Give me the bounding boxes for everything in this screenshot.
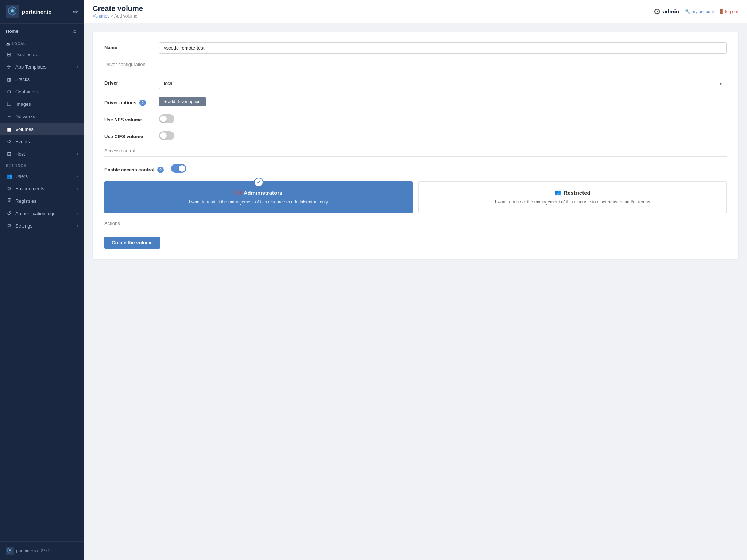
- chevron-right-icon: ›: [77, 65, 78, 69]
- sidebar-item-label: Host: [15, 151, 25, 157]
- restricted-access-card[interactable]: 👥 Restricted I want to restrict the mana…: [418, 181, 727, 213]
- sidebar-item-label: Authentication logs: [15, 211, 55, 216]
- sidebar-item-label: Events: [15, 139, 30, 144]
- chevron-right-icon: ›: [77, 152, 78, 156]
- breadcrumb: Volumes > Add volume: [93, 13, 143, 19]
- sidebar-item-label: Users: [15, 174, 28, 179]
- admin-card-check-icon: ✓: [254, 178, 263, 187]
- logo-text: portainer.io: [22, 9, 52, 15]
- restricted-card-icon: 👥: [554, 189, 561, 196]
- nfs-toggle-thumb: [160, 116, 167, 122]
- sidebar-item-environments[interactable]: ⚙ Environments ›: [0, 182, 84, 195]
- sidebar-item-label: Volumes: [15, 127, 34, 132]
- create-volume-button[interactable]: Create the volume: [104, 237, 160, 249]
- sidebar-item-volumes[interactable]: ▣ Volumes: [0, 123, 84, 135]
- sidebar-item-containers[interactable]: ⊕ Containers: [0, 85, 84, 98]
- access-control-help-icon[interactable]: ?: [157, 167, 164, 173]
- admin-card-icon: 🚫: [235, 189, 241, 196]
- sidebar-item-label: Dashboard: [15, 52, 39, 57]
- driver-config-section-title: Driver configuration: [104, 62, 727, 67]
- settings-section-label: SETTINGS: [0, 160, 84, 170]
- driver-config-divider: [104, 70, 727, 70]
- restricted-card-description: I want to restrict the management of thi…: [425, 199, 720, 205]
- my-account-link[interactable]: 🔧 my account: [685, 9, 714, 14]
- portainer-logo-icon: [6, 5, 19, 18]
- version-label: 2.9.3: [40, 548, 50, 553]
- sidebar-item-networks[interactable]: ⌖ Networks: [0, 110, 84, 123]
- breadcrumb-current: Add volume: [114, 13, 137, 19]
- topbar-left: Create volume Volumes > Add volume: [93, 4, 143, 19]
- registries-icon: 🗄: [6, 198, 12, 204]
- sidebar-logo: portainer.io: [6, 5, 52, 18]
- name-field-label: Name: [104, 42, 152, 50]
- cifs-toggle-track: [159, 131, 174, 140]
- content-area: Name Driver configuration Driver local D…: [84, 23, 747, 560]
- sidebar-item-dashboard[interactable]: ⊞ Dashboard: [0, 48, 84, 61]
- chevron-right-icon: ›: [77, 224, 78, 228]
- home-label: Home: [6, 28, 19, 34]
- sidebar-item-stacks[interactable]: ▦ Stacks: [0, 73, 84, 85]
- driver-options-help-icon[interactable]: ?: [139, 100, 146, 106]
- cifs-label: Use CIFS volume: [104, 131, 152, 139]
- sidebar-item-label: Images: [15, 101, 31, 107]
- local-section-label: 🚢 LOCAL: [0, 38, 84, 48]
- stacks-icon: ▦: [6, 76, 12, 82]
- footer-logo: portainer.io: [6, 547, 38, 555]
- events-icon: ↺: [6, 139, 12, 144]
- nfs-toggle[interactable]: [159, 114, 174, 123]
- driver-options-controls: + add driver option: [159, 97, 206, 106]
- cifs-toggle[interactable]: [159, 131, 174, 140]
- access-control-toggle[interactable]: [171, 164, 186, 173]
- admin-card-title: 🚫 Administrators: [111, 189, 406, 196]
- nfs-toggle-track: [159, 114, 174, 123]
- add-driver-option-button[interactable]: + add driver option: [159, 97, 206, 106]
- sidebar-item-users[interactable]: 👥 Users ›: [0, 170, 84, 182]
- footer-logo-icon: [6, 547, 14, 555]
- cifs-toggle-thumb: [160, 132, 167, 139]
- breadcrumb-volumes-link[interactable]: Volumes: [93, 13, 109, 19]
- create-volume-card: Name Driver configuration Driver local D…: [93, 32, 738, 259]
- svg-point-6: [9, 549, 11, 551]
- access-control-section-title: Access control: [104, 148, 727, 153]
- home-icon: ⌂: [71, 28, 78, 34]
- name-input[interactable]: [159, 42, 727, 54]
- actions-section-title: Actions: [104, 221, 727, 226]
- sidebar: portainer.io ⇔ Home ⌂ 🚢 LOCAL ⊞ Dashboar…: [0, 0, 84, 560]
- sidebar-item-events[interactable]: ↺ Events: [0, 135, 84, 148]
- topbar: Create volume Volumes > Add volume ⊙ adm…: [84, 0, 747, 23]
- driver-row: Driver local: [104, 78, 727, 89]
- name-row: Name: [104, 42, 727, 54]
- user-avatar-icon: ⊙: [654, 7, 660, 16]
- dashboard-icon: ⊞: [6, 51, 12, 57]
- driver-select[interactable]: local: [159, 78, 178, 89]
- administrators-access-card[interactable]: ✓ 🚫 Administrators I want to restrict th…: [104, 181, 413, 213]
- sidebar-item-host[interactable]: ⊞ Host ›: [0, 148, 84, 160]
- sidebar-item-label: App Templates: [15, 64, 47, 70]
- sidebar-item-label: Containers: [15, 89, 38, 94]
- sidebar-item-settings[interactable]: ⚙ Settings ›: [0, 219, 84, 232]
- access-control-toggle-thumb: [179, 165, 185, 172]
- admin-card-description: I want to restrict the management of thi…: [111, 199, 406, 205]
- auth-logs-icon: ↺: [6, 210, 12, 216]
- restricted-card-title: 👥 Restricted: [425, 189, 720, 196]
- sidebar-item-label: Settings: [15, 223, 32, 229]
- chevron-right-icon: ›: [77, 187, 78, 191]
- sidebar-item-registries[interactable]: 🗄 Registries: [0, 195, 84, 207]
- chevron-right-icon: ›: [77, 174, 78, 178]
- topbar-right: ⊙ admin 🔧 my account 🚪 log out: [654, 7, 738, 16]
- driver-options-label: Driver options ?: [104, 97, 152, 106]
- cifs-row: Use CIFS volume: [104, 131, 727, 140]
- app-templates-icon: ✈: [6, 64, 12, 70]
- sidebar-item-images[interactable]: ❐ Images: [0, 98, 84, 110]
- settings-icon: ⚙: [6, 223, 12, 229]
- driver-select-wrapper: local: [159, 78, 727, 89]
- sidebar-item-app-templates[interactable]: ✈ App Templates ›: [0, 61, 84, 73]
- log-out-link[interactable]: 🚪 log out: [719, 9, 738, 14]
- sidebar-item-label: Environments: [15, 186, 44, 191]
- sidebar-item-home[interactable]: Home ⌂: [0, 24, 84, 38]
- sidebar-item-auth-logs[interactable]: ↺ Authentication logs ›: [0, 207, 84, 219]
- sidebar-toggle-icon[interactable]: ⇔: [73, 8, 78, 16]
- access-cards-container: ✓ 🚫 Administrators I want to restrict th…: [104, 181, 727, 213]
- access-control-divider: [104, 156, 727, 157]
- driver-options-row: Driver options ? + add driver option: [104, 97, 727, 106]
